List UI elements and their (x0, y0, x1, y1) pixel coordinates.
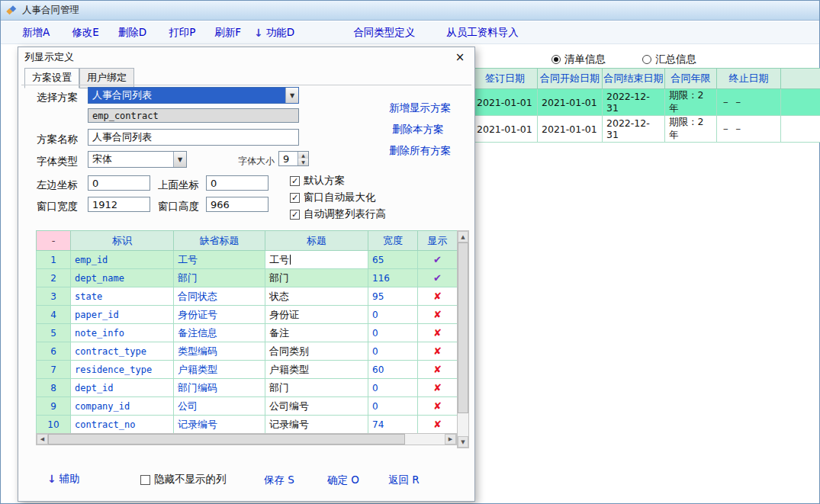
cell-row-number[interactable]: 1 (37, 251, 71, 269)
close-icon[interactable]: × (452, 50, 468, 64)
toolbar-functions-button[interactable]: ↓ 功能D (254, 26, 294, 40)
toolbar-contract-type-define-button[interactable]: 合同类型定义 (353, 26, 415, 40)
font-type-combobox[interactable]: 宋体 ▼ (88, 151, 187, 168)
font-size-spinner[interactable]: 9 ▲ ▼ (278, 151, 309, 166)
cell-identifier[interactable]: emp_id (71, 251, 174, 269)
cell-title[interactable]: 工号 (265, 251, 368, 269)
cell-identifier[interactable]: note_info (71, 324, 174, 342)
cell-visible-mark[interactable]: ✔ (418, 251, 458, 269)
auto-row-height-checkbox[interactable]: ✓ 自动调整列表行高 (290, 207, 386, 221)
top-coord-input[interactable]: 0 (206, 175, 269, 191)
cell-row-number[interactable]: 4 (37, 306, 71, 324)
hide-hidden-columns-checkbox[interactable]: 隐藏不显示的列 (140, 473, 227, 486)
cell-width[interactable]: 0 (368, 379, 418, 397)
cell-contract-term[interactable]: 期限：2年 (665, 89, 717, 116)
scheme-combobox[interactable]: 人事合同列表 ▼ (88, 87, 299, 104)
cell-default-title[interactable]: 部门 (174, 269, 265, 287)
cell-title[interactable]: 合同类别 (265, 342, 368, 361)
toolbar-add-button[interactable]: 新增A (22, 26, 50, 40)
grid-horizontal-scrollbar[interactable]: ◀ ▶ (36, 433, 457, 445)
cell-terminate-date[interactable]: － － (717, 116, 781, 143)
grid-row[interactable]: 3 state 合同状态 状态 95 ✘ (37, 287, 458, 306)
add-display-scheme-link[interactable]: 新增显示方案 (389, 101, 451, 115)
cell-row-number[interactable]: 8 (37, 379, 71, 397)
cell-default-title[interactable]: 身份证号 (174, 306, 265, 324)
ok-button[interactable]: 确定 O (327, 474, 359, 487)
delete-all-schemes-link[interactable]: 删除所有方案 (389, 144, 451, 158)
spin-up-icon[interactable]: ▲ (298, 152, 308, 159)
cell-width[interactable]: 116 (368, 269, 418, 287)
cell-row-number[interactable]: 2 (37, 269, 71, 287)
grid-row[interactable]: 9 company_id 公司 公司编号 0 ✘ (37, 397, 458, 416)
cell-row-number[interactable]: 5 (37, 324, 71, 342)
auto-maximize-checkbox[interactable]: ✓ 窗口自动最大化 (290, 191, 376, 204)
toolbar-print-button[interactable]: 打印P (169, 26, 195, 40)
toolbar-refresh-button[interactable]: 刷新F (214, 26, 241, 40)
cell-default-title[interactable]: 公司 (174, 397, 265, 416)
save-button[interactable]: 保存 S (264, 474, 294, 487)
grid-row[interactable]: 10 contract_no 记录编号 记录编号 74 ✘ (37, 416, 458, 434)
cell-default-title[interactable]: 类型编码 (174, 342, 265, 361)
cell-title[interactable]: 备注 (265, 324, 368, 342)
left-coord-input[interactable]: 0 (88, 175, 150, 191)
cell-sign-date[interactable]: 2021-01-01 (473, 116, 538, 143)
cell-width[interactable]: 0 (368, 397, 418, 416)
cell-title[interactable]: 部门 (265, 379, 368, 397)
window-height-input[interactable]: 966 (206, 197, 269, 212)
toolbar-import-from-employee-button[interactable]: 从员工资料导入 (446, 26, 519, 40)
cell-title[interactable]: 户籍类型 (265, 361, 368, 379)
spin-down-icon[interactable]: ▼ (298, 159, 308, 165)
cell-title[interactable]: 公司编号 (265, 397, 368, 416)
cell-width[interactable]: 65 (368, 251, 418, 269)
scheme-name-input[interactable]: 人事合同列表 (88, 129, 299, 146)
cell-default-title[interactable]: 合同状态 (174, 287, 265, 306)
scroll-down-icon[interactable]: ▼ (458, 436, 468, 448)
scrollbar-thumb[interactable] (458, 242, 468, 413)
cell-start-date[interactable]: 2021-01-01 (538, 89, 603, 116)
font-size-value[interactable]: 9 (279, 152, 297, 165)
cell-default-title[interactable]: 部门编码 (174, 379, 265, 397)
cell-row-number[interactable]: 3 (37, 287, 71, 306)
cell-start-date[interactable]: 2021-01-01 (538, 116, 603, 143)
grid-vertical-scrollbar[interactable]: ▲ ▼ (457, 230, 469, 448)
cell-row-number[interactable]: 7 (37, 361, 71, 379)
delete-this-scheme-link[interactable]: 删除本方案 (392, 123, 444, 136)
toolbar-delete-button[interactable]: 删除D (118, 26, 146, 40)
cell-title[interactable]: 身份证 (265, 306, 368, 324)
cell-identifier[interactable]: paper_id (71, 306, 174, 324)
cell-identifier[interactable]: dept_id (71, 379, 174, 397)
assist-button[interactable]: ↓ 辅助 (47, 472, 80, 486)
window-width-input[interactable]: 1912 (88, 197, 150, 212)
cell-sign-date[interactable]: 2021-01-01 (473, 89, 538, 116)
cell-end-date[interactable]: 2022-12-31 (603, 89, 665, 116)
chevron-down-icon[interactable]: ▼ (173, 152, 186, 167)
cell-default-title[interactable]: 记录编号 (174, 416, 265, 434)
scrollbar-track[interactable] (458, 242, 468, 436)
cell-identifier[interactable]: contract_type (71, 342, 174, 361)
cell-identifier[interactable]: state (71, 287, 174, 306)
grid-row[interactable]: 2 dept_name 部门 部门 116 ✔ (37, 269, 458, 287)
cell-visible-mark[interactable]: ✘ (418, 306, 458, 324)
cell-visible-mark[interactable]: ✘ (418, 416, 458, 434)
grid-row[interactable]: 6 contract_type 类型编码 合同类别 0 ✘ (37, 342, 458, 361)
cell-default-title[interactable]: 户籍类型 (174, 361, 265, 379)
grid-row[interactable]: 4 paper_id 身份证号 身份证 0 ✘ (37, 306, 458, 324)
cell-title[interactable]: 状态 (265, 287, 368, 306)
cell-visible-mark[interactable]: ✘ (418, 379, 458, 397)
cell-row-number[interactable]: 9 (37, 397, 71, 416)
cell-width[interactable]: 74 (368, 416, 418, 434)
cell-identifier[interactable]: company_id (71, 397, 174, 416)
cell-default-title[interactable]: 工号 (174, 251, 265, 269)
cell-width[interactable]: 60 (368, 361, 418, 379)
cell-visible-mark[interactable]: ✘ (418, 324, 458, 342)
cell-terminate-date[interactable]: － － (717, 89, 781, 116)
grid-row[interactable]: 1 emp_id 工号 工号 65 ✔ (37, 251, 458, 269)
chevron-down-icon[interactable]: ▼ (285, 88, 298, 103)
cell-identifier[interactable]: contract_no (71, 416, 174, 434)
cell-row-number[interactable]: 6 (37, 342, 71, 361)
scroll-right-icon[interactable]: ▶ (445, 434, 456, 445)
scroll-left-icon[interactable]: ◀ (37, 434, 48, 445)
cell-default-title[interactable]: 备注信息 (174, 324, 265, 342)
scrollbar-thumb[interactable] (48, 434, 405, 445)
cell-width[interactable]: 95 (368, 287, 418, 306)
